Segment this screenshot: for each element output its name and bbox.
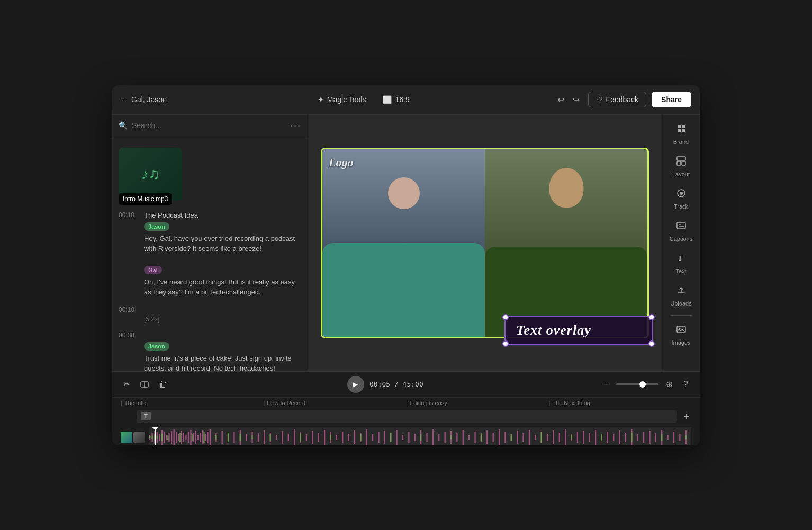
svg-rect-74 xyxy=(402,435,403,440)
sidebar-item-images[interactable]: Images xyxy=(665,320,697,350)
svg-rect-51 xyxy=(264,430,265,444)
svg-rect-133 xyxy=(240,434,241,441)
time-display: 00:05 / 45:00 xyxy=(369,380,423,388)
layout-icon xyxy=(676,156,687,169)
redo-button[interactable]: ↪ xyxy=(570,92,583,108)
sidebar-item-uploads[interactable]: Uploads xyxy=(665,281,697,311)
split-button[interactable] xyxy=(137,376,152,392)
add-clip-button[interactable]: ⊕ xyxy=(663,376,676,392)
text-overlay-box[interactable]: Text overlay xyxy=(504,316,653,345)
svg-rect-79 xyxy=(432,429,434,445)
search-input[interactable] xyxy=(132,121,286,130)
sidebar-item-captions[interactable]: Captions xyxy=(665,216,697,246)
transcript-list: ♪♫ Intro Music.mp3 00:10 The Podcast Ide… xyxy=(112,137,308,371)
transport-bar: ✂ 🗑 ▶ 00:05 / 45:00 − xyxy=(112,372,700,398)
svg-rect-70 xyxy=(378,432,379,443)
svg-rect-86 xyxy=(474,432,475,443)
search-icon: 🔍 xyxy=(119,121,128,130)
svg-rect-141 xyxy=(450,435,452,439)
add-track-button[interactable]: + xyxy=(681,409,691,425)
transcript-text: Hey, Gal, have you ever tried recording … xyxy=(144,233,301,254)
timeline: The Intro How to Record Editing is easy!… xyxy=(112,398,700,445)
svg-rect-6 xyxy=(682,161,685,165)
gap-indicator: [5.2s] xyxy=(144,316,301,323)
transcript-text: Trust me, it's a piece of cake! Just sig… xyxy=(144,353,301,371)
sidebar-item-layout[interactable]: Layout xyxy=(665,151,697,182)
svg-rect-113 xyxy=(637,434,638,441)
svg-rect-114 xyxy=(643,432,644,443)
svg-rect-66 xyxy=(354,430,355,444)
speaker-badge-gal: Gal xyxy=(144,266,162,274)
svg-rect-119 xyxy=(673,432,674,443)
svg-rect-35 xyxy=(193,433,194,442)
aspect-ratio-button[interactable]: ⬜ 16:9 xyxy=(377,92,414,107)
sidebar-item-brand[interactable]: Brand xyxy=(665,119,697,149)
feedback-button[interactable]: ♡ Feedback xyxy=(588,92,646,107)
more-options-button[interactable]: ··· xyxy=(290,120,301,131)
sidebar-item-text[interactable]: T Text xyxy=(665,248,697,279)
delete-button[interactable]: 🗑 xyxy=(156,376,170,392)
svg-rect-25 xyxy=(168,433,169,442)
svg-rect-146 xyxy=(601,434,602,441)
audio-thumbnail[interactable]: ♪♫ xyxy=(119,148,182,201)
svg-rect-73 xyxy=(396,430,397,445)
chapter-next-thing: The Next thing xyxy=(549,400,692,406)
help-button[interactable]: ? xyxy=(680,376,691,392)
logo-overlay: Logo xyxy=(329,156,353,169)
svg-rect-134 xyxy=(251,435,252,439)
text-track[interactable]: T xyxy=(137,410,677,423)
svg-rect-143 xyxy=(511,434,512,441)
svg-rect-37 xyxy=(197,435,199,440)
svg-rect-42 xyxy=(210,429,211,445)
svg-rect-139 xyxy=(390,433,391,442)
sidebar-item-track[interactable]: Track xyxy=(665,184,697,214)
play-button[interactable]: ▶ xyxy=(347,376,364,393)
heart-icon: ♡ xyxy=(596,95,603,104)
captions-label: Captions xyxy=(670,236,692,242)
svg-rect-13 xyxy=(677,326,685,333)
svg-rect-26 xyxy=(171,431,172,444)
person-male-video xyxy=(485,149,647,337)
svg-rect-128 xyxy=(179,433,181,442)
transcript-entry: Gal Oh, I've heard good things! But is i… xyxy=(112,258,308,302)
undo-button[interactable]: ↩ xyxy=(554,92,567,108)
handle-bottom-left[interactable] xyxy=(502,340,509,347)
svg-point-8 xyxy=(680,192,683,195)
zoom-track[interactable] xyxy=(616,383,658,385)
undo-redo-group: ↩ ↪ xyxy=(554,92,583,108)
svg-rect-59 xyxy=(312,431,313,444)
magic-tools-button[interactable]: ✦ Magic Tools xyxy=(312,92,372,107)
svg-rect-65 xyxy=(348,434,349,441)
back-button[interactable]: ← Gal, Jason xyxy=(121,95,167,104)
svg-rect-27 xyxy=(174,429,175,445)
handle-top-right[interactable] xyxy=(648,314,655,320)
svg-rect-145 xyxy=(571,435,572,440)
chapter-the-intro: The Intro xyxy=(121,400,264,406)
svg-rect-135 xyxy=(270,434,271,441)
brand-label: Brand xyxy=(673,139,689,145)
handle-top-left[interactable] xyxy=(502,314,509,320)
svg-rect-115 xyxy=(649,431,650,444)
svg-rect-84 xyxy=(463,430,464,445)
svg-rect-21 xyxy=(159,434,160,441)
chapter-how-to-record: How to Record xyxy=(264,400,407,406)
audio-file-label: Intro Music.mp3 xyxy=(119,193,172,205)
zoom-thumb[interactable] xyxy=(639,381,646,388)
left-panel: 🔍 ··· ♪♫ Intro Music.mp3 00:10 The Podca… xyxy=(112,115,308,371)
video-preview: Logo Text overlay xyxy=(308,115,662,371)
layout-label: Layout xyxy=(672,171,690,177)
svg-rect-90 xyxy=(499,429,500,445)
zoom-out-button[interactable]: − xyxy=(601,376,612,392)
handle-bottom-right[interactable] xyxy=(648,340,655,347)
timeline-tracks: T + xyxy=(121,409,691,445)
svg-rect-106 xyxy=(595,430,596,445)
scissors-button[interactable]: ✂ xyxy=(121,376,133,392)
share-button[interactable]: Share xyxy=(652,92,691,107)
svg-rect-125 xyxy=(157,436,158,439)
waveform-track[interactable] xyxy=(149,427,691,445)
svg-rect-69 xyxy=(372,434,373,441)
uploads-label: Uploads xyxy=(670,300,691,307)
svg-rect-126 xyxy=(161,434,163,441)
svg-rect-122 xyxy=(149,436,150,438)
track-thumbnail-audio xyxy=(133,432,145,443)
